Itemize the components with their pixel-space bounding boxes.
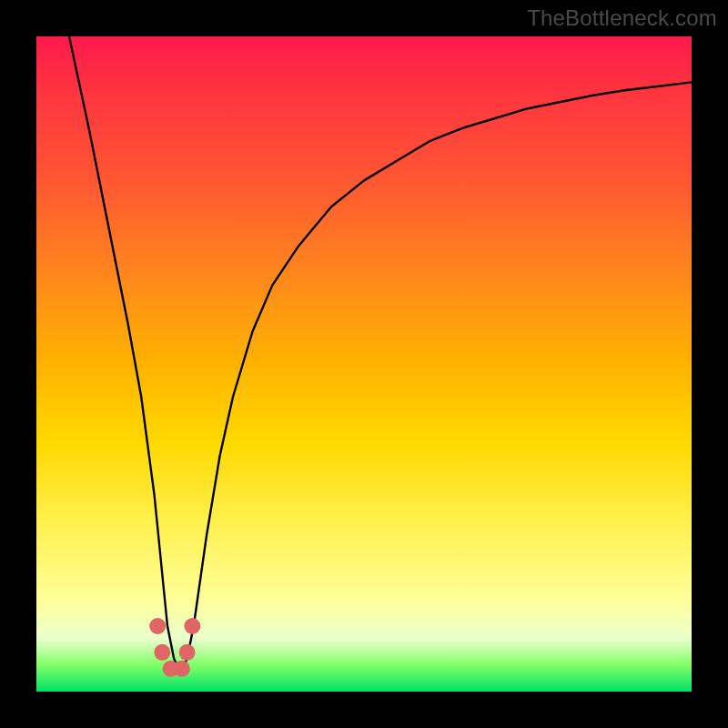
highlight-dot bbox=[174, 661, 190, 677]
highlight-dot bbox=[149, 618, 166, 634]
watermark-text: TheBottleneck.com bbox=[527, 5, 717, 31]
chart-svg bbox=[36, 36, 692, 692]
bottleneck-curve-path bbox=[69, 36, 692, 672]
highlight-dot bbox=[184, 618, 200, 634]
chart-frame: TheBottleneck.com bbox=[0, 0, 728, 728]
highlight-dot bbox=[179, 644, 196, 661]
bottleneck-curve bbox=[69, 36, 692, 672]
highlight-dots bbox=[149, 618, 200, 677]
highlight-dot bbox=[154, 644, 170, 661]
plot-area bbox=[36, 36, 692, 692]
